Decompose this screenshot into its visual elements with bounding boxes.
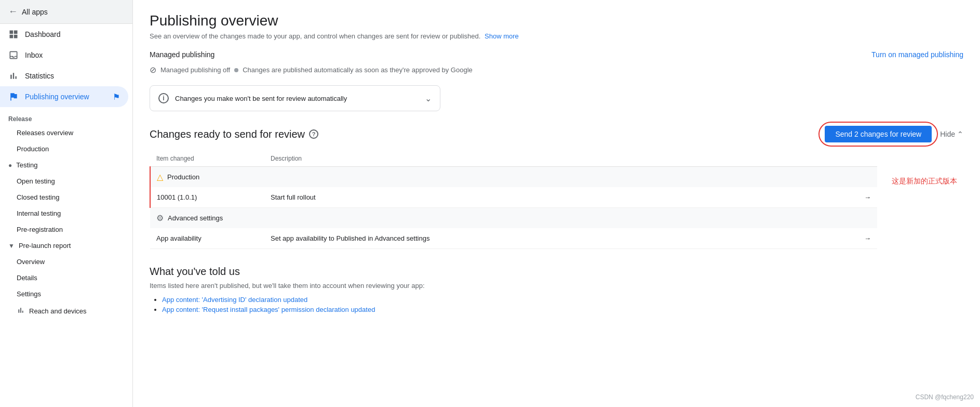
open-testing-label: Open testing — [17, 177, 55, 185]
sidebar-item-reach-and-devices[interactable]: Reach and devices — [0, 302, 128, 320]
sidebar-item-pre-launch-group[interactable]: ▼ Pre-launch report — [0, 238, 132, 254]
sidebar-item-pre-registration[interactable]: Pre-registration — [0, 221, 128, 238]
managed-off-icon: ⊘ — [150, 65, 156, 75]
all-apps-label: All apps — [22, 8, 48, 16]
internal-testing-label: Internal testing — [17, 209, 61, 217]
table-annotation-row: Item changed Description △ Production — [150, 151, 963, 249]
statistics-label: Statistics — [25, 72, 54, 80]
changes-table: Item changed Description △ Production — [150, 151, 877, 249]
sidebar-item-testing-group[interactable]: ● Testing — [0, 157, 132, 173]
managed-off-text: Managed publishing off — [160, 66, 230, 74]
sidebar-item-settings[interactable]: Settings — [0, 286, 128, 302]
subtitle-text: See an overview of the changes made to y… — [150, 32, 480, 40]
production-section-row: △ Production — [150, 167, 877, 188]
info-box-left: i Changes you make won't be sent for rev… — [158, 93, 347, 103]
statistics-icon — [8, 71, 19, 81]
changes-header: Changes ready to send for review ? Send … — [150, 126, 963, 142]
overview-label: Overview — [17, 258, 45, 266]
version-code-cell: 10001 (1.0.1) — [150, 187, 264, 208]
changes-header-right: Send 2 changes for review Hide ⌃ — [825, 126, 963, 142]
sidebar-item-statistics[interactable]: Statistics — [0, 65, 128, 86]
pre-launch-expand-icon: ▼ — [8, 242, 15, 250]
advanced-settings-label: Advanced settings — [168, 214, 223, 222]
hide-label: Hide — [940, 130, 955, 138]
gear-icon: ⚙ — [156, 213, 164, 223]
page-title: Publishing overview — [150, 12, 963, 29]
sidebar-item-production[interactable]: Production — [0, 141, 128, 157]
svg-rect-0 — [10, 31, 14, 34]
publishing-overview-icon — [8, 91, 19, 102]
help-icon[interactable]: ? — [309, 129, 318, 139]
publishing-overview-label: Publishing overview — [25, 93, 89, 101]
sidebar: ← All apps Dashboard Inbox Statistics Pu… — [0, 0, 133, 407]
chevron-down-icon: ⌄ — [425, 94, 432, 103]
told-us-item-0-link[interactable]: App content: 'Advertising ID' declaratio… — [162, 296, 307, 304]
annotation-text: 这是新加的正式版本 — [885, 151, 963, 191]
watermark: CSDN @fqcheng220 — [916, 393, 974, 401]
version-arrow[interactable]: → — [856, 187, 877, 208]
table-header-row: Item changed Description — [150, 151, 877, 167]
app-availability-desc-cell: Set app availability to Published in Adv… — [264, 228, 856, 249]
send-changes-for-review-button[interactable]: Send 2 changes for review — [825, 126, 932, 142]
app-availability-row[interactable]: App availability Set app availability to… — [150, 228, 877, 249]
main-content: Publishing overview See an overview of t… — [133, 0, 980, 407]
svg-rect-1 — [14, 31, 18, 34]
pre-launch-label: Pre-launch report — [19, 242, 71, 250]
release-section-label: Release — [0, 107, 132, 125]
changes-title-text: Changes ready to send for review — [150, 128, 305, 140]
info-box-text: Changes you make won't be sent for revie… — [175, 95, 347, 102]
reach-devices-icon — [17, 306, 25, 316]
info-box[interactable]: i Changes you make won't be sent for rev… — [150, 85, 440, 111]
warning-triangle-icon: △ — [157, 172, 163, 182]
status-dot — [234, 68, 238, 72]
told-us-item-1-link[interactable]: App content: 'Request install packages' … — [162, 306, 375, 313]
testing-group-label: Testing — [16, 161, 37, 169]
show-more-link[interactable]: Show more — [485, 32, 519, 40]
told-us-list: App content: 'Advertising ID' declaratio… — [150, 296, 963, 313]
told-us-item-1: App content: 'Request install packages' … — [162, 306, 963, 313]
svg-rect-3 — [14, 35, 18, 38]
sidebar-item-internal-testing[interactable]: Internal testing — [0, 205, 128, 221]
advanced-settings-row: ⚙ Advanced settings — [150, 208, 877, 229]
all-apps-button[interactable]: ← All apps — [0, 0, 132, 24]
svg-rect-2 — [10, 35, 14, 38]
inbox-label: Inbox — [25, 51, 43, 59]
told-us-title: What you've told us — [150, 266, 963, 278]
inbox-icon — [8, 50, 19, 60]
sidebar-item-inbox[interactable]: Inbox — [0, 45, 128, 65]
info-circle-icon: i — [158, 93, 169, 103]
turn-on-managed-publishing-link[interactable]: Turn on managed publishing — [871, 50, 963, 59]
sidebar-item-overview[interactable]: Overview — [0, 254, 128, 270]
sidebar-item-closed-testing[interactable]: Closed testing — [0, 189, 128, 205]
told-us-subtitle: Items listed here aren't published, but … — [150, 282, 963, 290]
table-container: Item changed Description △ Production — [150, 151, 877, 249]
app-availability-arrow[interactable]: → — [856, 228, 877, 249]
col-description: Description — [264, 151, 856, 167]
told-us-section: What you've told us Items listed here ar… — [150, 266, 963, 313]
col-item-changed: Item changed — [150, 151, 264, 167]
testing-dot-icon: ● — [8, 162, 12, 169]
told-us-item-0: App content: 'Advertising ID' declaratio… — [162, 296, 963, 304]
version-description-cell: Start full rollout — [264, 187, 856, 208]
chevron-up-icon: ⌃ — [957, 130, 963, 138]
auto-publish-text: Changes are published automatically as s… — [243, 66, 473, 74]
sidebar-item-publishing-overview[interactable]: Publishing overview ⚑ — [0, 86, 128, 107]
settings-label: Settings — [17, 290, 41, 298]
sidebar-item-details[interactable]: Details — [0, 270, 128, 286]
dashboard-icon — [8, 29, 19, 40]
app-availability-cell: App availability — [150, 228, 264, 249]
sidebar-item-dashboard[interactable]: Dashboard — [0, 24, 128, 45]
reach-devices-label: Reach and devices — [29, 307, 87, 315]
hide-button[interactable]: Hide ⌃ — [940, 130, 963, 138]
page-subtitle: See an overview of the changes made to y… — [150, 32, 963, 40]
version-data-row[interactable]: 10001 (1.0.1) Start full rollout → — [150, 187, 877, 208]
production-section-arrow — [856, 167, 877, 188]
sidebar-item-releases-overview[interactable]: Releases overview — [0, 125, 128, 141]
sidebar-item-open-testing[interactable]: Open testing — [0, 173, 128, 189]
managed-publishing-section: Managed publishing Turn on managed publi… — [150, 50, 963, 59]
production-label: Production — [17, 145, 49, 153]
back-arrow-icon: ← — [8, 6, 18, 17]
managed-publishing-status: ⊘ Managed publishing off Changes are pub… — [150, 65, 963, 75]
details-label: Details — [17, 274, 37, 282]
pre-registration-label: Pre-registration — [17, 226, 63, 233]
